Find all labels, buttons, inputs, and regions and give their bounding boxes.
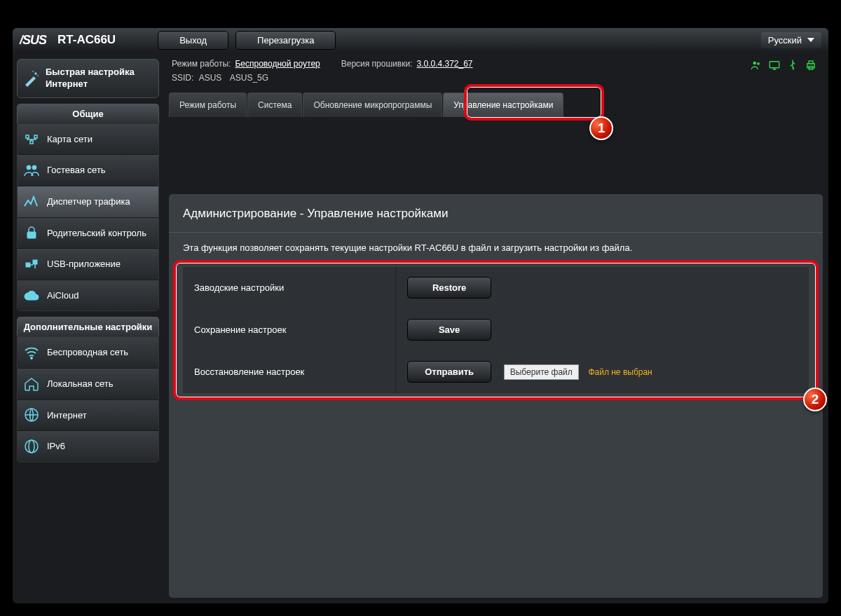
- status-icons: [750, 59, 817, 71]
- nav-advanced: Беспроводная сеть Локальная сеть Интерне…: [17, 336, 159, 462]
- choose-file-button[interactable]: Выберите файл: [504, 364, 579, 380]
- row-label: Восстановление настроек: [183, 351, 396, 393]
- svg-point-1: [32, 165, 36, 170]
- clients-icon[interactable]: [750, 59, 763, 71]
- tabs: Режим работы Система Обновление микропро…: [169, 93, 823, 117]
- language-selector[interactable]: Русский: [761, 32, 821, 48]
- nav-label: IPv6: [47, 441, 65, 451]
- annotation-badge-2: 2: [803, 388, 827, 411]
- page-description: Эта функция позволяет сохранять текущие …: [183, 242, 809, 253]
- nav-label: Гостевая сеть: [47, 165, 106, 175]
- sidebar: Быстрая настройка Интернет Общие Карта с…: [13, 52, 163, 603]
- language-label: Русский: [768, 35, 802, 46]
- nav-label: Интернет: [47, 410, 87, 420]
- content-panel: Администрирование - Управление настройка…: [169, 194, 823, 598]
- nav-label: Диспетчер трафика: [47, 196, 130, 207]
- ssid-label: SSID:: [172, 73, 193, 83]
- svg-point-0: [27, 165, 31, 170]
- nav-label: Карта сети: [47, 134, 93, 144]
- mode-value[interactable]: Беспроводной роутер: [235, 59, 320, 69]
- tab-settings-management[interactable]: Управление настройками: [443, 93, 563, 117]
- row-label: Заводские настройки: [183, 267, 396, 309]
- svg-point-5: [31, 357, 33, 360]
- lock-icon: [23, 224, 40, 241]
- wifi-icon: [23, 344, 40, 361]
- mode-label: Режим работы:: [172, 59, 231, 69]
- svg-rect-12: [807, 64, 815, 68]
- annotation-badge-1: 1: [589, 116, 613, 140]
- settings-table: Заводские настройки Restore Сохранение н…: [183, 267, 809, 393]
- save-button[interactable]: Save: [407, 319, 491, 341]
- divider: [169, 232, 823, 233]
- ssid-1[interactable]: ASUS: [199, 73, 222, 83]
- svg-rect-2: [27, 232, 36, 238]
- nav-traffic-manager[interactable]: Диспетчер трафика: [18, 186, 158, 218]
- printer-icon[interactable]: [805, 59, 817, 71]
- section-advanced-header: Дополнительные настройки: [17, 317, 159, 336]
- header: /SUS RT-AC66U Выход Перезагрузка Русский: [13, 28, 828, 52]
- home-icon: [23, 376, 40, 392]
- globe-icon: [23, 406, 40, 423]
- reboot-button[interactable]: Перезагрузка: [235, 31, 336, 50]
- monitor-icon[interactable]: [768, 59, 781, 71]
- ssid-line: SSID: ASUS ASUS_5G: [169, 71, 823, 88]
- nav-label: USB-приложение: [47, 259, 121, 269]
- svg-rect-4: [33, 260, 37, 264]
- nav-aicloud[interactable]: AiCloud: [18, 280, 158, 311]
- svg-point-7: [25, 440, 38, 453]
- section-general-header: Общие: [17, 104, 159, 123]
- svg-point-8: [29, 440, 34, 453]
- cloud-icon: [23, 287, 40, 304]
- nav-guest-network[interactable]: Гостевая сеть: [18, 155, 158, 186]
- nav-general: Карта сети Гостевая сеть Диспетчер трафи…: [17, 123, 159, 312]
- chevron-down-icon: [807, 38, 814, 42]
- row-factory-defaults: Заводские настройки Restore: [183, 267, 809, 309]
- nav-wan[interactable]: Интернет: [18, 400, 158, 432]
- tab-system[interactable]: Система: [247, 93, 302, 117]
- row-restore-settings: Восстановление настроек Отправить Выбери…: [183, 351, 809, 393]
- usb-status-icon[interactable]: [786, 59, 799, 71]
- svg-point-10: [757, 62, 760, 65]
- model-name: RT-AC66U: [57, 33, 116, 47]
- network-icon: [23, 131, 40, 148]
- wand-icon: [23, 70, 40, 87]
- nav-lan[interactable]: Локальная сеть: [18, 369, 158, 400]
- svg-rect-11: [770, 62, 779, 68]
- nav-parental-control[interactable]: Родительский контроль: [18, 218, 158, 249]
- logout-button[interactable]: Выход: [158, 31, 228, 50]
- svg-rect-13: [809, 61, 813, 64]
- guests-icon: [23, 162, 40, 179]
- nav-label: Родительский контроль: [47, 228, 146, 238]
- fw-value[interactable]: 3.0.0.4.372_67: [416, 59, 472, 69]
- nav-wireless[interactable]: Беспроводная сеть: [18, 337, 158, 369]
- nav-label: Беспроводная сеть: [47, 347, 128, 357]
- file-status-text: Файл не выбран: [588, 367, 652, 377]
- row-label: Сохранение настроек: [183, 309, 396, 351]
- info-bar: Режим работы: Беспроводной роутер Версия…: [169, 52, 823, 71]
- tab-operation-mode[interactable]: Режим работы: [169, 93, 247, 117]
- svg-rect-3: [26, 263, 30, 267]
- traffic-icon: [23, 193, 40, 210]
- restore-button[interactable]: Restore: [407, 277, 491, 299]
- page-title: Администрирование - Управление настройка…: [183, 207, 809, 221]
- upload-button[interactable]: Отправить: [407, 361, 491, 383]
- brand-logo: /SUS: [20, 33, 46, 48]
- quick-setup-button[interactable]: Быстрая настройка Интернет: [17, 59, 159, 98]
- nav-label: AiCloud: [47, 290, 79, 301]
- svg-point-9: [753, 62, 757, 65]
- main-area: Режим работы: Беспроводной роутер Версия…: [163, 52, 828, 603]
- nav-ipv6[interactable]: IPv6: [18, 431, 158, 462]
- nav-label: Локальная сеть: [47, 378, 113, 389]
- fw-label: Версия прошивки:: [341, 59, 413, 69]
- nav-network-map[interactable]: Карта сети: [18, 124, 158, 156]
- nav-usb-app[interactable]: USB-приложение: [18, 249, 158, 280]
- tab-firmware[interactable]: Обновление микропрограммы: [303, 93, 442, 117]
- usb-icon: [23, 256, 40, 273]
- ssid-2[interactable]: ASUS_5G: [230, 73, 268, 83]
- quick-setup-label: Быстрая настройка Интернет: [46, 67, 153, 90]
- row-save-settings: Сохранение настроек Save: [183, 309, 809, 351]
- ipv6-icon: [23, 438, 40, 455]
